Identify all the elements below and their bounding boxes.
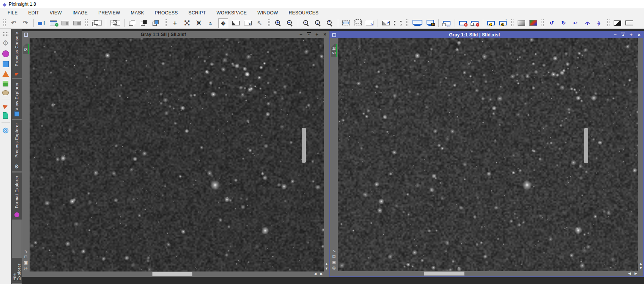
rgb-swatch-icon[interactable] bbox=[529, 20, 537, 26]
shade-button[interactable]: ▴ bbox=[621, 32, 625, 38]
clone-gadget-icon[interactable]: ▣ bbox=[24, 260, 28, 265]
resize-corner-icon[interactable]: ↘ bbox=[332, 249, 335, 253]
restore-view-icon[interactable] bbox=[443, 21, 450, 25]
rotate-180-icon[interactable]: ↩ bbox=[572, 19, 579, 28]
menu-preview[interactable]: PREVIEW bbox=[93, 10, 125, 16]
scroll-right-arrow[interactable]: ▶ bbox=[635, 272, 637, 275]
toolbar-drag-handle[interactable] bbox=[406, 19, 408, 27]
zoom-in-icon[interactable]: + bbox=[274, 19, 282, 27]
new-image-icon[interactable] bbox=[50, 20, 57, 25]
dock-tab-process-explorer[interactable]: Process Explorer⚙ bbox=[12, 120, 22, 171]
image-window-siid[interactable]: Gray 1:1 SIId | SIId.xisf − ▴ + × SIId ↘… bbox=[329, 31, 644, 277]
view-tab-siid[interactable]: SIId bbox=[331, 44, 337, 57]
tan-cylinder-icon[interactable] bbox=[2, 90, 9, 95]
show-mask-icon[interactable] bbox=[141, 20, 148, 26]
window-titlebar[interactable]: Gray 1:1 SIId | SIId.xisf − ▴ + × bbox=[330, 31, 643, 38]
redo-icon[interactable]: ↷ bbox=[22, 19, 29, 28]
resize-to-view-icon[interactable] bbox=[366, 21, 373, 25]
resize-corner-icon[interactable]: ↘ bbox=[24, 249, 27, 253]
orange-pyramid-icon[interactable] bbox=[2, 71, 9, 77]
duplicate-image-icon[interactable] bbox=[92, 20, 102, 26]
horizontal-scrollbar-thumb[interactable] bbox=[424, 271, 464, 276]
close-image-icon[interactable] bbox=[459, 21, 467, 25]
close-button[interactable]: × bbox=[323, 31, 327, 38]
rotate-image-icon[interactable]: ↺ bbox=[548, 19, 556, 28]
toolbar-drag-handle[interactable] bbox=[164, 19, 167, 27]
scroll-left-arrow[interactable]: ◀ bbox=[628, 272, 631, 275]
fit-views-all-icon[interactable] bbox=[354, 20, 362, 25]
close-button[interactable]: × bbox=[637, 32, 641, 38]
image-viewport[interactable] bbox=[30, 38, 324, 271]
clone-window-icon[interactable] bbox=[129, 20, 137, 26]
minimize-button[interactable]: − bbox=[299, 31, 303, 38]
zoom-to-fit-icon[interactable]: : bbox=[314, 19, 322, 27]
zoom-in-mode-icon[interactable] bbox=[183, 19, 191, 28]
readout-mode-icon[interactable]: + bbox=[171, 19, 179, 28]
scroll-down-arrow[interactable]: ▼ bbox=[639, 267, 642, 270]
window-menu-icon[interactable] bbox=[24, 33, 28, 37]
toolbar-drag-handle[interactable] bbox=[268, 19, 270, 27]
image-viewport[interactable] bbox=[338, 38, 638, 271]
new-preview-mode-icon[interactable] bbox=[232, 21, 240, 25]
orange-arrow-icon[interactable]: ▶ bbox=[3, 103, 8, 109]
toolbar-drag-handle[interactable] bbox=[3, 19, 6, 27]
move-mode-icon[interactable] bbox=[206, 19, 214, 28]
pan-mode-icon[interactable] bbox=[218, 18, 228, 28]
scroll-up-arrow[interactable]: ▲ bbox=[639, 262, 642, 265]
vertical-scrollbar-thumb[interactable] bbox=[302, 128, 306, 163]
menu-script[interactable]: SCRIPT bbox=[183, 10, 211, 16]
fit-frame-icon[interactable]: ⊡ bbox=[24, 255, 27, 259]
zoom-out-icon[interactable]: − bbox=[286, 19, 294, 27]
menu-resources[interactable]: RESOURCES bbox=[283, 10, 324, 16]
menu-process[interactable]: PROCESS bbox=[150, 10, 183, 16]
sync-gadget-icon[interactable]: ◎ bbox=[24, 266, 28, 270]
vertical-scrollbar[interactable]: ▲ ▼ bbox=[638, 38, 643, 271]
clipped-edge-icon[interactable] bbox=[625, 20, 633, 25]
gear-icon[interactable]: ⚙ bbox=[2, 39, 9, 47]
fit-view-icon[interactable] bbox=[342, 20, 350, 25]
toolbar-drag-handle[interactable] bbox=[607, 19, 609, 27]
save-image-as-icon[interactable] bbox=[73, 21, 81, 25]
magenta-circle-icon[interactable] bbox=[2, 50, 9, 57]
expand-window-icon[interactable] bbox=[382, 21, 390, 25]
teal-page-icon[interactable] bbox=[3, 112, 8, 119]
menu-mask[interactable]: MASK bbox=[126, 10, 150, 16]
close-all-images-icon[interactable] bbox=[471, 21, 479, 25]
image-window-sii[interactable]: Gray 1:1 SII | SII.xisf − ▴ + × SII ↘ ⊡ … bbox=[22, 31, 329, 277]
blue-target-icon[interactable]: ◎ bbox=[3, 127, 9, 133]
window-titlebar[interactable]: Gray 1:1 SII | SII.xisf − ▴ + × bbox=[22, 31, 329, 38]
toolbar-drag-handle[interactable] bbox=[541, 19, 544, 27]
fit-frame-icon[interactable]: ⊡ bbox=[332, 254, 335, 259]
toolbar-drag-handle[interactable] bbox=[85, 19, 88, 27]
color-depth-24-icon[interactable] bbox=[427, 20, 434, 25]
dock-tab-view-explorer[interactable]: View Explorer bbox=[12, 79, 22, 119]
window-menu-icon[interactable] bbox=[332, 33, 336, 37]
blue-square-icon[interactable] bbox=[3, 61, 9, 67]
horizontal-scrollbar[interactable]: ◀ ▶ bbox=[330, 271, 643, 276]
vertical-scrollbar-thumb[interactable] bbox=[584, 128, 588, 163]
menu-window[interactable]: WINDOW bbox=[252, 10, 283, 16]
stf-boost-icon[interactable] bbox=[499, 21, 507, 25]
dock-tab-format-explorer[interactable]: Format Explorer bbox=[12, 173, 22, 220]
minimize-button[interactable]: − bbox=[613, 32, 617, 38]
clone-gadget-icon[interactable]: ▣ bbox=[332, 260, 336, 264]
shade-button[interactable]: ▴ bbox=[307, 31, 311, 38]
mask-color-icon[interactable] bbox=[153, 20, 160, 26]
scroll-right-arrow[interactable]: ▶ bbox=[320, 272, 323, 276]
select-mode-icon[interactable]: ↖ bbox=[256, 19, 263, 28]
edit-preview-mode-icon[interactable] bbox=[244, 21, 252, 25]
horizontal-scrollbar[interactable]: ◀ ▶ bbox=[22, 271, 329, 277]
select-mask-icon[interactable] bbox=[110, 20, 120, 26]
mirror-horizontal-icon[interactable]: ◁▷ bbox=[583, 19, 591, 28]
view-tab-sii[interactable]: SII bbox=[23, 44, 29, 54]
vertical-scrollbar[interactable]: ▲ ▼ bbox=[324, 38, 329, 271]
maximize-button[interactable]: + bbox=[315, 31, 319, 38]
zoom-optimal-icon[interactable]: * bbox=[326, 19, 334, 27]
menu-workspace[interactable]: WORKSPACE bbox=[211, 10, 252, 16]
starfield-image-siid[interactable] bbox=[338, 38, 638, 271]
green-cube-icon[interactable] bbox=[3, 81, 8, 86]
edit-identifier-icon[interactable] bbox=[38, 20, 46, 26]
rotate-90-icon[interactable]: ↻ bbox=[560, 19, 567, 28]
toolbox-drag-handle[interactable] bbox=[3, 32, 9, 36]
zoom-out-mode-icon[interactable] bbox=[195, 19, 202, 28]
